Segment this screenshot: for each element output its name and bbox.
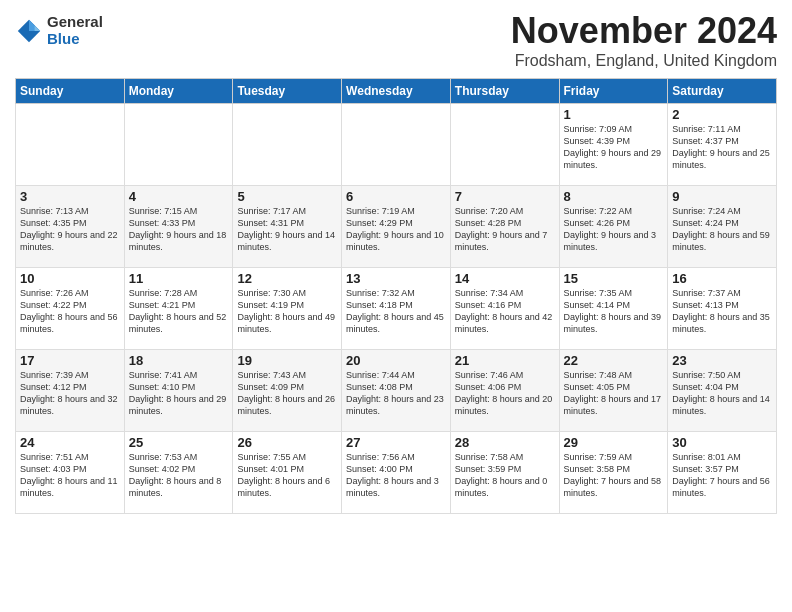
calendar-cell: 2Sunrise: 7:11 AM Sunset: 4:37 PM Daylig…	[668, 104, 777, 186]
day-number: 29	[564, 435, 664, 450]
day-info: Sunrise: 7:37 AM Sunset: 4:13 PM Dayligh…	[672, 287, 772, 336]
day-info: Sunrise: 7:13 AM Sunset: 4:35 PM Dayligh…	[20, 205, 120, 254]
day-number: 10	[20, 271, 120, 286]
day-number: 6	[346, 189, 446, 204]
day-info: Sunrise: 7:51 AM Sunset: 4:03 PM Dayligh…	[20, 451, 120, 500]
calendar-cell	[342, 104, 451, 186]
day-info: Sunrise: 7:26 AM Sunset: 4:22 PM Dayligh…	[20, 287, 120, 336]
column-header-friday: Friday	[559, 79, 668, 104]
day-number: 24	[20, 435, 120, 450]
calendar-cell: 26Sunrise: 7:55 AM Sunset: 4:01 PM Dayli…	[233, 432, 342, 514]
day-number: 17	[20, 353, 120, 368]
calendar-cell: 16Sunrise: 7:37 AM Sunset: 4:13 PM Dayli…	[668, 268, 777, 350]
day-number: 3	[20, 189, 120, 204]
calendar-cell: 15Sunrise: 7:35 AM Sunset: 4:14 PM Dayli…	[559, 268, 668, 350]
day-number: 1	[564, 107, 664, 122]
day-number: 15	[564, 271, 664, 286]
calendar-cell: 21Sunrise: 7:46 AM Sunset: 4:06 PM Dayli…	[450, 350, 559, 432]
day-info: Sunrise: 7:39 AM Sunset: 4:12 PM Dayligh…	[20, 369, 120, 418]
calendar-week-row: 10Sunrise: 7:26 AM Sunset: 4:22 PM Dayli…	[16, 268, 777, 350]
column-header-monday: Monday	[124, 79, 233, 104]
day-number: 23	[672, 353, 772, 368]
calendar-cell: 7Sunrise: 7:20 AM Sunset: 4:28 PM Daylig…	[450, 186, 559, 268]
calendar-cell: 24Sunrise: 7:51 AM Sunset: 4:03 PM Dayli…	[16, 432, 125, 514]
day-number: 30	[672, 435, 772, 450]
calendar-week-row: 3Sunrise: 7:13 AM Sunset: 4:35 PM Daylig…	[16, 186, 777, 268]
calendar-week-row: 1Sunrise: 7:09 AM Sunset: 4:39 PM Daylig…	[16, 104, 777, 186]
day-info: Sunrise: 7:30 AM Sunset: 4:19 PM Dayligh…	[237, 287, 337, 336]
day-number: 8	[564, 189, 664, 204]
day-info: Sunrise: 7:32 AM Sunset: 4:18 PM Dayligh…	[346, 287, 446, 336]
logo-text: General Blue	[47, 14, 103, 47]
calendar-cell: 9Sunrise: 7:24 AM Sunset: 4:24 PM Daylig…	[668, 186, 777, 268]
calendar-cell: 13Sunrise: 7:32 AM Sunset: 4:18 PM Dayli…	[342, 268, 451, 350]
day-number: 18	[129, 353, 229, 368]
logo-icon	[15, 17, 43, 45]
calendar-cell: 1Sunrise: 7:09 AM Sunset: 4:39 PM Daylig…	[559, 104, 668, 186]
day-info: Sunrise: 7:50 AM Sunset: 4:04 PM Dayligh…	[672, 369, 772, 418]
calendar-cell: 4Sunrise: 7:15 AM Sunset: 4:33 PM Daylig…	[124, 186, 233, 268]
day-info: Sunrise: 7:46 AM Sunset: 4:06 PM Dayligh…	[455, 369, 555, 418]
calendar-cell	[233, 104, 342, 186]
day-info: Sunrise: 7:53 AM Sunset: 4:02 PM Dayligh…	[129, 451, 229, 500]
calendar-table: SundayMondayTuesdayWednesdayThursdayFrid…	[15, 78, 777, 514]
calendar-cell: 25Sunrise: 7:53 AM Sunset: 4:02 PM Dayli…	[124, 432, 233, 514]
calendar-cell: 17Sunrise: 7:39 AM Sunset: 4:12 PM Dayli…	[16, 350, 125, 432]
day-info: Sunrise: 7:24 AM Sunset: 4:24 PM Dayligh…	[672, 205, 772, 254]
calendar-cell	[124, 104, 233, 186]
day-info: Sunrise: 7:11 AM Sunset: 4:37 PM Dayligh…	[672, 123, 772, 172]
column-header-thursday: Thursday	[450, 79, 559, 104]
day-info: Sunrise: 7:48 AM Sunset: 4:05 PM Dayligh…	[564, 369, 664, 418]
calendar-cell: 12Sunrise: 7:30 AM Sunset: 4:19 PM Dayli…	[233, 268, 342, 350]
day-number: 22	[564, 353, 664, 368]
calendar-week-row: 24Sunrise: 7:51 AM Sunset: 4:03 PM Dayli…	[16, 432, 777, 514]
calendar-cell: 3Sunrise: 7:13 AM Sunset: 4:35 PM Daylig…	[16, 186, 125, 268]
calendar-header-row: SundayMondayTuesdayWednesdayThursdayFrid…	[16, 79, 777, 104]
calendar-cell: 14Sunrise: 7:34 AM Sunset: 4:16 PM Dayli…	[450, 268, 559, 350]
calendar-cell: 18Sunrise: 7:41 AM Sunset: 4:10 PM Dayli…	[124, 350, 233, 432]
day-number: 2	[672, 107, 772, 122]
day-info: Sunrise: 8:01 AM Sunset: 3:57 PM Dayligh…	[672, 451, 772, 500]
svg-marker-2	[35, 25, 41, 31]
day-number: 14	[455, 271, 555, 286]
day-info: Sunrise: 7:20 AM Sunset: 4:28 PM Dayligh…	[455, 205, 555, 254]
day-info: Sunrise: 7:35 AM Sunset: 4:14 PM Dayligh…	[564, 287, 664, 336]
column-header-sunday: Sunday	[16, 79, 125, 104]
day-number: 16	[672, 271, 772, 286]
day-number: 7	[455, 189, 555, 204]
month-title: November 2024	[511, 10, 777, 52]
calendar-cell: 5Sunrise: 7:17 AM Sunset: 4:31 PM Daylig…	[233, 186, 342, 268]
day-info: Sunrise: 7:22 AM Sunset: 4:26 PM Dayligh…	[564, 205, 664, 254]
day-number: 20	[346, 353, 446, 368]
calendar-cell: 27Sunrise: 7:56 AM Sunset: 4:00 PM Dayli…	[342, 432, 451, 514]
day-number: 12	[237, 271, 337, 286]
day-info: Sunrise: 7:41 AM Sunset: 4:10 PM Dayligh…	[129, 369, 229, 418]
calendar-cell: 22Sunrise: 7:48 AM Sunset: 4:05 PM Dayli…	[559, 350, 668, 432]
column-header-wednesday: Wednesday	[342, 79, 451, 104]
calendar-cell: 20Sunrise: 7:44 AM Sunset: 4:08 PM Dayli…	[342, 350, 451, 432]
calendar-cell: 23Sunrise: 7:50 AM Sunset: 4:04 PM Dayli…	[668, 350, 777, 432]
day-number: 11	[129, 271, 229, 286]
header: General Blue November 2024 Frodsham, Eng…	[15, 10, 777, 70]
day-number: 4	[129, 189, 229, 204]
day-info: Sunrise: 7:28 AM Sunset: 4:21 PM Dayligh…	[129, 287, 229, 336]
day-info: Sunrise: 7:17 AM Sunset: 4:31 PM Dayligh…	[237, 205, 337, 254]
day-info: Sunrise: 7:43 AM Sunset: 4:09 PM Dayligh…	[237, 369, 337, 418]
calendar-cell: 28Sunrise: 7:58 AM Sunset: 3:59 PM Dayli…	[450, 432, 559, 514]
logo-blue-text: Blue	[47, 31, 103, 48]
day-number: 28	[455, 435, 555, 450]
calendar-cell	[16, 104, 125, 186]
day-info: Sunrise: 7:15 AM Sunset: 4:33 PM Dayligh…	[129, 205, 229, 254]
day-number: 9	[672, 189, 772, 204]
svg-marker-1	[29, 19, 40, 30]
column-header-saturday: Saturday	[668, 79, 777, 104]
calendar-cell: 11Sunrise: 7:28 AM Sunset: 4:21 PM Dayli…	[124, 268, 233, 350]
day-info: Sunrise: 7:34 AM Sunset: 4:16 PM Dayligh…	[455, 287, 555, 336]
day-number: 26	[237, 435, 337, 450]
title-area: November 2024 Frodsham, England, United …	[511, 10, 777, 70]
day-number: 25	[129, 435, 229, 450]
day-number: 13	[346, 271, 446, 286]
day-info: Sunrise: 7:09 AM Sunset: 4:39 PM Dayligh…	[564, 123, 664, 172]
calendar-cell: 29Sunrise: 7:59 AM Sunset: 3:58 PM Dayli…	[559, 432, 668, 514]
day-info: Sunrise: 7:55 AM Sunset: 4:01 PM Dayligh…	[237, 451, 337, 500]
